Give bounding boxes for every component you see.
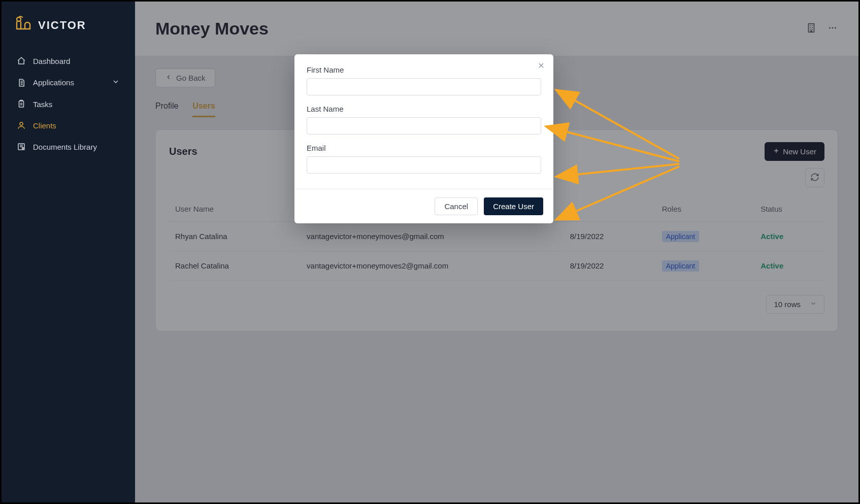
cell-roles: Applicant (656, 222, 755, 251)
last-name-input[interactable] (307, 117, 541, 135)
status-badge: Active (760, 261, 783, 270)
cell-user-name: Rachel Catalina (169, 251, 301, 281)
email-input[interactable] (307, 156, 541, 174)
clipboard-icon (17, 99, 26, 109)
email-label: Email (307, 144, 541, 152)
svg-point-0 (17, 17, 21, 21)
last-name-field-group: Last Name (307, 105, 541, 135)
chevron-down-icon (810, 300, 817, 309)
chevron-left-icon (165, 74, 172, 82)
col-created (564, 196, 656, 222)
new-user-label: New User (783, 147, 816, 156)
refresh-icon (810, 173, 819, 183)
last-name-label: Last Name (307, 105, 541, 113)
cell-email: vantagevictor+moneymoves2@gmail.com (301, 251, 564, 281)
cell-status: Active (754, 222, 824, 251)
first-name-field-group: First Name (307, 65, 541, 95)
first-name-input[interactable] (307, 78, 541, 95)
users-card-title: Users (169, 146, 197, 157)
sidebar: VICTOR Dashboard Applications (2, 2, 135, 502)
svg-point-6 (829, 27, 831, 28)
svg-point-8 (835, 27, 836, 28)
sidebar-item-clients[interactable]: Clients (7, 115, 130, 136)
refresh-button[interactable] (805, 168, 824, 187)
col-user-name: User Name (169, 196, 301, 222)
tab-users[interactable]: Users (192, 102, 215, 117)
sidebar-item-label: Applications (33, 78, 74, 87)
plus-icon (773, 147, 780, 156)
sidebar-item-label: Clients (33, 121, 56, 130)
sidebar-item-label: Documents Library (33, 143, 97, 151)
sidebar-item-dashboard[interactable]: Dashboard (7, 50, 130, 72)
sidebar-item-tasks[interactable]: Tasks (7, 93, 130, 115)
cell-user-name: Rhyan Catalina (169, 222, 301, 251)
sidebar-item-applications[interactable]: Applications (7, 72, 130, 93)
brand: VICTOR (2, 11, 135, 46)
topbar: Money Moves (135, 2, 858, 56)
pagination: 10 rows (169, 295, 824, 314)
email-field-group: Email (307, 144, 541, 174)
sidebar-nav: Dashboard Applications Tasks (2, 46, 135, 161)
svg-rect-1 (19, 101, 24, 107)
brand-logo-icon (14, 16, 33, 35)
role-badge: Applicant (662, 260, 700, 272)
topbar-actions (806, 22, 838, 36)
table-row[interactable]: Rhyan Catalina vantagevictor+moneymoves@… (169, 222, 824, 251)
page-title: Money Moves (155, 19, 269, 39)
svg-point-4 (22, 148, 24, 149)
app-frame: VICTOR Dashboard Applications (0, 0, 860, 504)
user-icon (17, 121, 26, 130)
role-badge: Applicant (662, 231, 700, 242)
first-name-label: First Name (307, 65, 541, 74)
col-roles: Roles (656, 196, 755, 222)
close-icon[interactable] (537, 61, 545, 72)
go-back-label: Go Back (176, 74, 206, 82)
cell-roles: Applicant (656, 251, 755, 281)
status-badge: Active (760, 232, 783, 241)
document-icon (17, 78, 26, 87)
building-icon[interactable] (806, 22, 817, 36)
modal-footer: Cancel Create User (294, 189, 553, 223)
cancel-button[interactable]: Cancel (435, 197, 478, 215)
rows-per-page-select[interactable]: 10 rows (766, 295, 824, 314)
svg-point-2 (20, 122, 23, 125)
new-user-button[interactable]: New User (765, 142, 824, 161)
library-icon (17, 142, 26, 151)
svg-point-7 (832, 27, 834, 28)
chevron-down-icon (112, 78, 120, 87)
tab-profile[interactable]: Profile (155, 102, 178, 117)
col-status: Status (754, 196, 824, 222)
tab-label: Users (192, 102, 215, 110)
tab-label: Profile (155, 102, 178, 110)
cell-email: vantagevictor+moneymoves@gmail.com (301, 222, 564, 251)
table-row[interactable]: Rachel Catalina vantagevictor+moneymoves… (169, 251, 824, 281)
rows-select-label: 10 rows (774, 300, 801, 309)
create-user-button[interactable]: Create User (484, 197, 543, 215)
create-user-modal: First Name Last Name Email Cancel Create… (294, 54, 553, 223)
sidebar-item-label: Tasks (33, 100, 52, 109)
cell-status: Active (754, 251, 824, 281)
cell-created: 8/19/2022 (564, 251, 656, 281)
cell-created: 8/19/2022 (564, 222, 656, 251)
home-icon (17, 56, 26, 65)
sidebar-item-documents-library[interactable]: Documents Library (7, 136, 130, 157)
go-back-button[interactable]: Go Back (155, 69, 215, 87)
sidebar-item-label: Dashboard (33, 57, 70, 65)
more-icon[interactable] (827, 22, 838, 36)
brand-name: VICTOR (38, 19, 86, 32)
